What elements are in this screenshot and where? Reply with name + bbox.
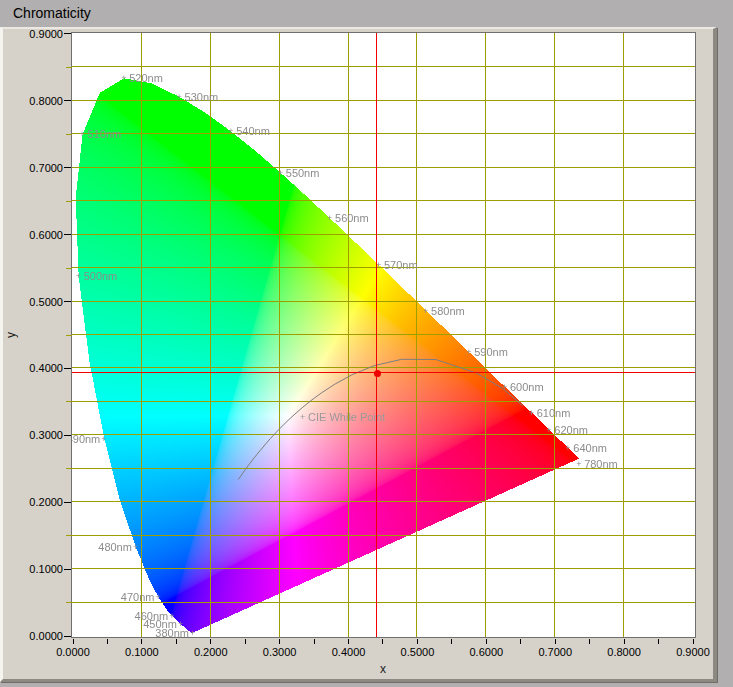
x-axis-tick — [451, 639, 452, 644]
x-tick-label: 0.1000 — [112, 646, 172, 658]
y-axis-tick — [64, 636, 71, 637]
x-axis-tick — [279, 639, 280, 644]
wavelength-label: 590nm — [474, 347, 508, 358]
wavelength-label: 580nm — [431, 306, 465, 317]
x-tick-label: 0.4000 — [319, 646, 379, 658]
wavelength-label: 520nm — [129, 73, 163, 84]
white-point-label: CIE While Point — [308, 412, 385, 423]
y-tick-label: 0.1000 — [5, 563, 63, 575]
x-axis-tick — [555, 639, 556, 644]
wavelength-label: 530nm — [185, 92, 219, 103]
wavelength-point-marker: + — [190, 629, 195, 638]
wavelength-point-marker: + — [278, 169, 283, 178]
x-tick-label: 0.0000 — [43, 646, 103, 658]
y-axis-tick — [64, 301, 71, 302]
wavelength-label: 610nm — [537, 408, 571, 419]
wavelength-label: 640nm — [573, 443, 607, 454]
wavelength-label: 570nm — [384, 260, 418, 271]
y-tick-label: 0.4000 — [5, 362, 63, 374]
wavelength-point-marker: + — [121, 74, 126, 83]
y-tick-label: 0.5000 — [5, 296, 63, 308]
wavelength-point-marker: + — [133, 543, 138, 552]
x-axis-tick — [245, 639, 246, 644]
y-axis-title: y — [4, 332, 18, 338]
y-axis-tick — [64, 435, 71, 436]
wavelength-point-marker: + — [101, 435, 106, 444]
y-axis-tick — [64, 569, 71, 570]
y-axis-tick — [64, 167, 71, 168]
y-axis-tick — [64, 502, 71, 503]
x-axis-tick — [73, 639, 74, 644]
x-axis-tick — [176, 639, 177, 644]
wavelength-label: 620nm — [554, 425, 588, 436]
x-tick-label: 0.6000 — [456, 646, 516, 658]
wavelength-point-marker: + — [529, 409, 534, 418]
wavelength-point-marker: + — [76, 272, 81, 281]
x-axis-tick — [141, 639, 142, 644]
x-axis-tick — [520, 639, 521, 644]
white-point-marker: + — [300, 413, 305, 422]
wavelength-label: 500nm — [84, 271, 118, 282]
y-tick-label: 0.9000 — [5, 28, 63, 40]
window-title: Chromaticity — [13, 5, 91, 21]
x-axis-tick — [589, 639, 590, 644]
chromaticity-window: Chromaticity +500nm+510nm+520nm+530nm+54… — [0, 0, 733, 687]
x-axis-tick — [107, 639, 108, 644]
x-tick-label: 0.3000 — [250, 646, 310, 658]
x-axis-tick — [417, 639, 418, 644]
wavelength-label: 470nm — [121, 592, 155, 603]
wavelength-label: 380nm — [155, 628, 189, 638]
x-axis-tick — [624, 639, 625, 644]
y-tick-label: 0.6000 — [5, 229, 63, 241]
y-axis-tick — [64, 33, 71, 34]
x-axis-tick — [314, 639, 315, 644]
wavelength-label: 540nm — [236, 126, 270, 137]
y-axis-tick — [64, 368, 71, 369]
wavelength-point-marker: + — [177, 93, 182, 102]
wavelength-point-marker: + — [502, 383, 507, 392]
y-tick-label: 0.8000 — [5, 95, 63, 107]
x-tick-label: 0.5000 — [387, 646, 447, 658]
x-tick-label: 0.9000 — [663, 646, 723, 658]
measurement-point-dot — [374, 370, 381, 377]
y-tick-label: 0.3000 — [5, 429, 63, 441]
wavelength-point-marker: + — [80, 130, 85, 139]
wavelength-label: 510nm — [88, 129, 122, 140]
chromaticity-plot-area[interactable]: +500nm+510nm+520nm+530nm+540nm+550nm+560… — [71, 32, 696, 638]
x-axis-tick — [348, 639, 349, 644]
wavelength-point-marker: + — [228, 127, 233, 136]
y-axis-tick — [64, 100, 71, 101]
wavelength-label: 490nm — [71, 434, 100, 445]
wavelength-point-marker: + — [423, 307, 428, 316]
y-axis-tick — [64, 234, 71, 235]
y-tick-label: 0.0000 — [5, 630, 63, 642]
wavelength-point-marker: + — [565, 444, 570, 453]
wavelength-label: 480nm — [98, 542, 132, 553]
wavelength-label: 600nm — [510, 382, 544, 393]
x-tick-label: 0.8000 — [594, 646, 654, 658]
y-tick-label: 0.7000 — [5, 162, 63, 174]
x-axis-tick — [658, 639, 659, 644]
x-axis-tick — [486, 639, 487, 644]
wavelength-point-marker: + — [327, 214, 332, 223]
x-tick-label: 0.7000 — [525, 646, 585, 658]
planckian-locus-curve — [72, 33, 695, 637]
crosshair-vertical-line — [376, 33, 377, 637]
wavelength-label: 550nm — [286, 168, 320, 179]
y-tick-label: 0.2000 — [5, 496, 63, 508]
wavelength-point-marker: + — [576, 460, 581, 469]
x-axis-tick — [382, 639, 383, 644]
wavelength-label: 780nm — [584, 459, 618, 470]
x-tick-label: 0.2000 — [181, 646, 241, 658]
wavelength-point-marker: + — [155, 593, 160, 602]
crosshair-horizontal-line — [72, 372, 695, 373]
wavelength-point-marker: + — [546, 426, 551, 435]
x-axis-tick — [210, 639, 211, 644]
wavelength-point-marker: + — [466, 348, 471, 357]
window-title-bar: Chromaticity — [0, 0, 733, 27]
wavelength-label: 560nm — [335, 213, 369, 224]
x-axis-tick — [693, 639, 694, 644]
x-axis-title: x — [353, 662, 413, 676]
